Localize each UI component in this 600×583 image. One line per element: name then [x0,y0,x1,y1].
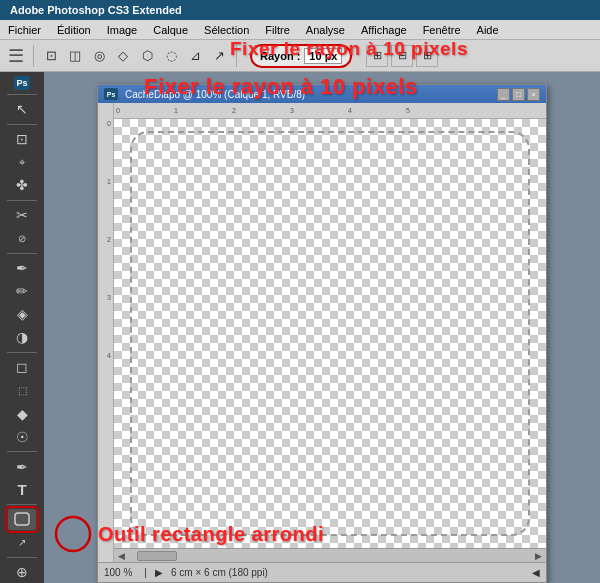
status-dimensions: 6 cm × 6 cm (180 ppi) [171,567,268,578]
tool-circle-icon [54,515,92,553]
canvas-ps-logo: Ps [104,88,118,100]
tool-shape-rounded[interactable] [8,509,36,530]
svg-point-1 [56,517,90,551]
menu-analyse[interactable]: Analyse [302,24,349,36]
options-icon-7[interactable]: ◌ [161,46,181,66]
title-bar: Adobe Photoshop CS3 Extended [0,0,600,20]
options-icon-4[interactable]: ◎ [89,46,109,66]
ruler-vertical: 0 1 2 3 4 [98,103,114,562]
tool-sep-7 [7,557,37,558]
ruler-mark-2: 2 [98,235,113,293]
canvas-title: CacheDiapo @ 100% (Calque 1, RVB/8) [125,89,305,100]
ruler-mark-4: 4 [98,351,113,409]
menu-aide[interactable]: Aide [473,24,503,36]
ruler-h-mark-4: 4 [346,107,404,114]
canvas-title-bar: Ps CacheDiapo @ 100% (Calque 1, RVB/8) _… [98,85,546,103]
checkerboard [114,119,546,548]
left-toolbar: Ps ↖ ⊡ ⌖ ✤ ✂ ⊘ ✒ ✏ ◈ ◑ ◻ ⬚ ◆ ☉ ✒ T ↗ ⊕ [0,72,44,583]
tool-dodge[interactable]: ☉ [8,426,36,447]
ruler-horizontal: 0 1 2 3 4 5 [114,103,546,119]
tool-heal[interactable]: ✒ [8,258,36,279]
options-icon-6[interactable]: ⬡ [137,46,157,66]
ruler-mark-3: 3 [98,293,113,351]
ruler-h-mark-2: 2 [230,107,288,114]
scroll-right-arrow[interactable]: ▶ [533,551,544,561]
main-layout: Ps ↖ ⊡ ⌖ ✤ ✂ ⊘ ✒ ✏ ◈ ◑ ◻ ⬚ ◆ ☉ ✒ T ↗ ⊕ [0,72,600,583]
tool-slice[interactable]: ⊘ [8,228,36,249]
ruler-h-mark-0: 0 [114,107,172,114]
tool-sep-6 [7,504,37,505]
options-icon-2[interactable]: ⊡ [41,46,61,66]
tool-move[interactable]: ↖ [8,99,36,120]
ruler-mark-0: 0 [98,119,113,177]
tool-pen[interactable]: ✒ [8,456,36,477]
options-sep-1 [33,45,34,67]
canvas-minimize[interactable]: _ [497,88,510,101]
canvas-close[interactable]: × [527,88,540,101]
ruler-h-container: 0 1 2 3 4 5 ◀ [114,103,546,562]
canvas-window: Ps CacheDiapo @ 100% (Calque 1, RVB/8) _… [97,84,547,583]
canvas-body: 0 1 2 3 4 0 1 2 3 4 5 [98,103,546,562]
scroll-left-arrow[interactable]: ◀ [116,551,127,561]
ruler-h-mark-1: 1 [172,107,230,114]
options-icon-5[interactable]: ◇ [113,46,133,66]
tool-marquee[interactable]: ⊡ [8,129,36,150]
ruler-h-mark-5: 5 [404,107,462,114]
scrollbar-thumb[interactable] [137,551,177,561]
tool-history[interactable]: ◑ [8,327,36,348]
tool-gradient[interactable]: ⬚ [8,380,36,401]
tool-sep-4 [7,352,37,353]
svg-rect-0 [15,513,29,525]
annotation-rayon-text: Fixer le rayon à 10 pixels [230,38,468,60]
tool-stamp[interactable]: ◈ [8,304,36,325]
menu-fichier[interactable]: Fichier [4,24,45,36]
options-icon-3[interactable]: ◫ [65,46,85,66]
menu-selection[interactable]: Sélection [200,24,253,36]
tool-crop[interactable]: ✂ [8,205,36,226]
menu-affichage[interactable]: Affichage [357,24,411,36]
content-area: Fixer le rayon à 10 pixels Ps CacheDiapo… [44,72,600,583]
menu-filtre[interactable]: Filtre [261,24,293,36]
status-arrow-right[interactable]: ◀ [532,567,540,578]
options-icon-8[interactable]: ⊿ [185,46,205,66]
canvas-maximize[interactable]: □ [512,88,525,101]
tool-sep-1 [7,124,37,125]
canvas-controls: _ □ × [497,88,540,101]
tool-brush[interactable]: ✏ [8,281,36,302]
menu-image[interactable]: Image [103,24,142,36]
ps-logo: Ps [14,76,30,90]
tool-sep-5 [7,451,37,452]
menu-fenetre[interactable]: Fenêtre [419,24,465,36]
tool-magic-wand[interactable]: ✤ [8,175,36,196]
status-sep: | [144,567,147,578]
app-title: Adobe Photoshop CS3 Extended [10,4,182,16]
ruler-mark-1: 1 [98,177,113,235]
status-arrow[interactable]: ▶ [155,567,163,578]
tool-blur[interactable]: ◆ [8,403,36,424]
tool-sep-0 [7,94,37,95]
menu-bar: Fichier Édition Image Calque Sélection F… [0,20,600,40]
canvas-inner[interactable] [114,119,546,548]
tool-notes[interactable]: ↗ [8,532,36,553]
options-icon-9[interactable]: ↗ [209,46,229,66]
options-bar: ☰ ⊡ ◫ ◎ ◇ ⬡ ◌ ⊿ ↗ Rayon : 10 px Fixer le… [0,40,600,72]
menu-edition[interactable]: Édition [53,24,95,36]
status-zoom: 100 % [104,567,132,578]
status-bar: 100 % | ▶ 6 cm × 6 cm (180 ppi) ◀ [98,562,546,582]
ruler-h-mark-3: 3 [288,107,346,114]
tool-sep-3 [7,253,37,254]
tool-zoom[interactable]: ⊕ [8,562,36,583]
options-icon-1[interactable]: ☰ [6,46,26,66]
tool-sep-2 [7,200,37,201]
tool-type[interactable]: T [8,479,36,500]
menu-calque[interactable]: Calque [149,24,192,36]
tool-eraser[interactable]: ◻ [8,357,36,378]
scrollbar-horizontal[interactable]: ◀ ▶ [114,548,546,562]
tool-lasso[interactable]: ⌖ [8,152,36,173]
